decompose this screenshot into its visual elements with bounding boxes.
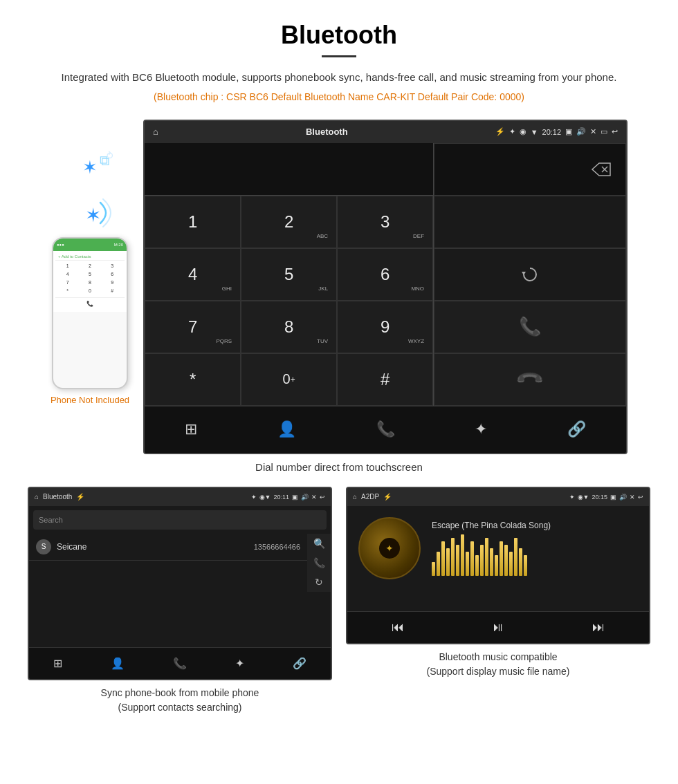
phonebook-screen: ⌂ Bluetooth ⚡ ✦ ◉▼ 20:11 ▣ 🔊 ✕ ↩ Search bbox=[28, 487, 332, 680]
music-status-left: ⌂ A2DP ⚡ bbox=[353, 493, 392, 501]
car-bottom-link-icon[interactable]: 🔗 bbox=[567, 420, 586, 438]
dial-key-8[interactable]: 8TUV bbox=[241, 301, 337, 353]
car-bottom-person-icon[interactable]: 👤 bbox=[277, 420, 296, 438]
svg-marker-4 bbox=[522, 272, 526, 275]
pb-bottom-bar: ⊞ 👤 📞 ✦ 🔗 bbox=[29, 647, 331, 679]
dial-key-5[interactable]: 5JKL bbox=[241, 248, 337, 301]
hangup-button[interactable]: 📞 bbox=[434, 353, 626, 406]
pb-bottom-person[interactable]: 👤 bbox=[111, 657, 125, 670]
pb-contact-row[interactable]: S Seicane 13566664466 bbox=[29, 534, 307, 561]
backspace-button[interactable] bbox=[434, 143, 626, 196]
music-info: Escape (The Pina Colada Song) bbox=[432, 521, 638, 576]
phone-screen: + Add to Contacts 1 2 3 4 5 6 7 8 9 * 0 … bbox=[53, 251, 127, 312]
camera-icon[interactable]: ▣ bbox=[565, 127, 572, 136]
status-right: ⚡ ✦ ◉ ▼ 20:12 ▣ 🔊 ✕ ▭ ↩ bbox=[495, 127, 618, 136]
phone-key-3: 3 bbox=[102, 262, 123, 270]
pb-status-bar: ⌂ Bluetooth ⚡ ✦ ◉▼ 20:11 ▣ 🔊 ✕ ↩ bbox=[29, 488, 331, 506]
phone-key-0: 0 bbox=[79, 287, 100, 295]
volume-icon[interactable]: 🔊 bbox=[576, 127, 586, 136]
eq-bar bbox=[495, 555, 498, 576]
equalizer bbox=[432, 534, 638, 576]
dial-key-3[interactable]: 3DEF bbox=[337, 196, 433, 248]
pb-close-icon[interactable]: ✕ bbox=[311, 494, 317, 501]
back-icon[interactable]: ↩ bbox=[612, 127, 618, 136]
dial-key-7[interactable]: 7PQRS bbox=[145, 301, 241, 353]
pb-vol-icon[interactable]: 🔊 bbox=[301, 494, 309, 501]
eq-bar bbox=[475, 555, 479, 576]
music-next-button[interactable]: ⏭ bbox=[592, 620, 605, 635]
window-icon[interactable]: ▭ bbox=[601, 127, 607, 136]
car-bottom-bt-icon[interactable]: ✦ bbox=[475, 420, 487, 438]
car-bottom-phone-icon[interactable]: 📞 bbox=[376, 420, 395, 438]
pb-search-bar[interactable]: Search bbox=[33, 510, 327, 530]
music-prev-button[interactable]: ⏮ bbox=[392, 620, 404, 635]
car-bottom-grid-icon[interactable]: ⊞ bbox=[185, 420, 197, 438]
redial-icon bbox=[520, 265, 540, 284]
call-button[interactable]: 📞 bbox=[434, 301, 626, 353]
phone-call-icon: 📞 bbox=[86, 301, 93, 307]
phone-key-8: 8 bbox=[79, 279, 100, 286]
pb-camera-icon[interactable]: ▣ bbox=[292, 494, 298, 501]
pb-phone-icon[interactable]: 📞 bbox=[313, 557, 325, 568]
eq-bar bbox=[480, 545, 484, 576]
main-screenshot-area: ✶ ⧉ ⥁ ✶ ●●● M:20 + Add to Contacts 1 2 bbox=[28, 120, 650, 454]
pb-right-icons: 🔍 📞 ↻ bbox=[307, 534, 331, 592]
pb-title: Bluetooth bbox=[43, 493, 72, 501]
svg-text:✶: ✶ bbox=[85, 205, 101, 226]
pb-bottom-link[interactable]: 🔗 bbox=[293, 657, 306, 670]
phone-key-star: * bbox=[57, 287, 78, 295]
music-caption-sub: (Support display music file name) bbox=[427, 666, 570, 677]
pb-home-icon[interactable]: ⌂ bbox=[35, 493, 39, 501]
phone-top-bar: ●●● M:20 bbox=[53, 239, 127, 251]
eq-bar bbox=[524, 555, 527, 576]
music-close-icon[interactable]: ✕ bbox=[630, 494, 635, 501]
phone-mockup: ●●● M:20 + Add to Contacts 1 2 3 4 5 6 7… bbox=[52, 237, 128, 389]
phone-dialpad: 1 2 3 4 5 6 7 8 9 * 0 # bbox=[55, 261, 125, 296]
music-body: ✦ Escape (The Pina Colada Song) bbox=[347, 506, 649, 590]
eq-bar bbox=[432, 562, 435, 576]
phone-key-2: 2 bbox=[79, 262, 100, 270]
phone-key-1: 1 bbox=[57, 262, 78, 270]
music-bt-icon: ✦ bbox=[569, 494, 575, 501]
dial-key-4[interactable]: 4GHI bbox=[145, 248, 241, 301]
pb-status-left: ⌂ Bluetooth ⚡ bbox=[35, 493, 84, 501]
pb-search-icon[interactable]: 🔍 bbox=[313, 538, 325, 549]
dial-key-6[interactable]: 6MNO bbox=[337, 248, 433, 301]
phonebook-wrapper: ⌂ Bluetooth ⚡ ✦ ◉▼ 20:11 ▣ 🔊 ✕ ↩ Search bbox=[28, 487, 332, 715]
pb-content: S Seicane 13566664466 bbox=[29, 534, 307, 592]
pb-refresh-icon[interactable]: ↻ bbox=[315, 577, 323, 588]
pb-back-icon[interactable]: ↩ bbox=[320, 494, 325, 501]
svg-marker-1 bbox=[592, 163, 610, 176]
music-wrapper: ⌂ A2DP ⚡ ✦ ◉▼ 20:15 ▣ 🔊 ✕ ↩ bbox=[346, 487, 650, 715]
status-time: 20:12 bbox=[542, 128, 562, 136]
music-home-icon[interactable]: ⌂ bbox=[353, 493, 357, 501]
dial-key-1[interactable]: 1 bbox=[145, 196, 241, 248]
close-icon[interactable]: ✕ bbox=[590, 127, 596, 136]
music-play-pause-button[interactable]: ⏯ bbox=[492, 620, 504, 635]
dial-key-hash[interactable]: # bbox=[337, 353, 433, 406]
phone-bottom-icons: 📞 bbox=[55, 297, 125, 310]
music-usb-icon: ⚡ bbox=[383, 493, 392, 501]
pb-bottom-phone[interactable]: 📞 bbox=[173, 657, 187, 670]
dial-key-9[interactable]: 9WXYZ bbox=[337, 301, 433, 353]
eq-bar bbox=[504, 545, 508, 576]
redial-button[interactable] bbox=[434, 248, 626, 301]
music-vol-icon[interactable]: 🔊 bbox=[619, 494, 627, 501]
music-back-icon[interactable]: ↩ bbox=[638, 494, 643, 501]
pb-body: S Seicane 13566664466 🔍 📞 ↻ bbox=[29, 534, 331, 592]
pb-contact-avatar: S bbox=[36, 539, 51, 554]
eq-bar bbox=[461, 534, 464, 576]
dial-key-2[interactable]: 2ABC bbox=[241, 196, 337, 248]
phonebook-caption-sub: (Support contacts searching) bbox=[118, 702, 242, 713]
eq-bar bbox=[437, 552, 440, 576]
dial-key-star[interactable]: * bbox=[145, 353, 241, 406]
music-signal: ◉▼ bbox=[578, 494, 589, 501]
pb-bottom-grid[interactable]: ⊞ bbox=[53, 657, 62, 670]
phonebook-caption-main: Sync phone-book from mobile phone bbox=[101, 687, 259, 698]
music-camera-icon[interactable]: ▣ bbox=[610, 494, 616, 501]
pb-spacer bbox=[29, 592, 331, 647]
dial-key-0[interactable]: 0+ bbox=[241, 353, 337, 406]
home-icon[interactable]: ⌂ bbox=[153, 127, 158, 137]
title-divider bbox=[322, 55, 356, 57]
pb-bottom-bt[interactable]: ✦ bbox=[235, 657, 244, 670]
